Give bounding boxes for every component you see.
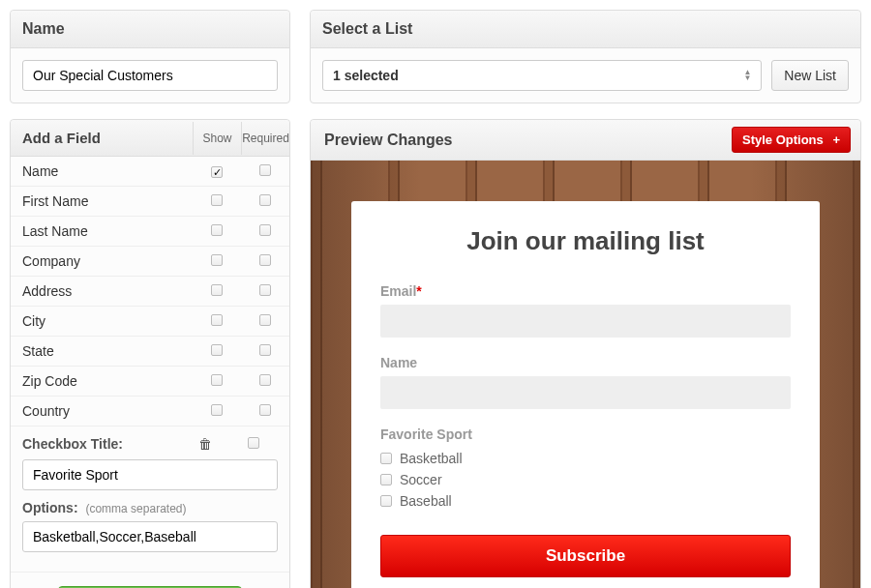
select-list-header: Select a List: [311, 11, 860, 48]
add-field-panel: Add a Field Show Required Name✓First Nam…: [10, 119, 290, 588]
col-header-required: Required: [241, 122, 289, 155]
required-star: *: [416, 283, 421, 299]
option-label: Soccer: [400, 472, 442, 487]
trash-icon[interactable]: 🗑: [181, 436, 229, 452]
required-checkbox[interactable]: [259, 164, 271, 176]
custom-required-checkbox[interactable]: [248, 437, 259, 449]
option-label: Baseball: [400, 493, 452, 509]
show-checkbox[interactable]: [211, 374, 223, 386]
add-field-title: Add a Field: [11, 120, 193, 156]
name-label: Name: [380, 355, 791, 370]
signup-form: Join our mailing list Email* Name Favori…: [351, 201, 820, 588]
name-input[interactable]: [380, 376, 791, 409]
list-selected-label: 1 selected: [333, 68, 399, 83]
preview-background: Join our mailing list Email* Name Favori…: [311, 161, 860, 588]
field-label: State: [11, 337, 193, 366]
add-field-header-row: Add a Field Show Required: [11, 120, 289, 157]
field-label: Zip Code: [11, 367, 193, 396]
show-checkbox[interactable]: [211, 344, 223, 356]
preview-header: Preview Changes Style Options +: [311, 120, 860, 161]
required-checkbox[interactable]: [259, 194, 271, 206]
name-panel-title: Name: [22, 20, 65, 38]
form-heading: Join our mailing list: [380, 226, 791, 256]
required-checkbox[interactable]: [259, 344, 271, 356]
option-checkbox[interactable]: [380, 453, 392, 464]
form-name-input[interactable]: [22, 60, 278, 91]
preview-title: Preview Changes: [324, 132, 453, 149]
show-checkbox[interactable]: [211, 314, 223, 326]
list-select[interactable]: 1 selected ▲▼: [322, 60, 762, 91]
sport-option[interactable]: Soccer: [380, 469, 791, 490]
field-label: Name: [11, 157, 193, 186]
required-checkbox[interactable]: [259, 254, 271, 266]
preview-panel: Preview Changes Style Options + Join our…: [310, 119, 861, 588]
show-checkbox[interactable]: [211, 254, 223, 266]
field-row: Country: [11, 397, 289, 426]
email-label: Email: [380, 283, 416, 299]
show-checkbox[interactable]: [211, 194, 223, 206]
field-row: Zip Code: [11, 367, 289, 397]
checkbox-title-label: Checkbox Title:: [22, 436, 181, 452]
options-label: Options:: [22, 500, 78, 515]
required-checkbox[interactable]: [259, 374, 271, 386]
checkbox-title-input[interactable]: [22, 459, 278, 490]
show-checkbox[interactable]: [211, 224, 223, 236]
field-label: Address: [11, 277, 193, 306]
subscribe-label: Subscribe: [546, 546, 625, 565]
style-options-label: Style Options: [742, 132, 824, 147]
field-label: Company: [11, 247, 193, 276]
favorite-sport-label: Favorite Sport: [380, 426, 791, 442]
col-header-show: Show: [193, 122, 241, 155]
email-input[interactable]: [380, 305, 791, 338]
field-row: Last Name: [11, 217, 289, 247]
select-list-panel: Select a List 1 selected ▲▼ New List: [310, 10, 861, 103]
required-checkbox[interactable]: [259, 284, 271, 296]
field-label: Country: [11, 397, 193, 426]
plus-icon: +: [832, 132, 840, 147]
options-hint: (comma separated): [85, 502, 186, 515]
option-checkbox[interactable]: [380, 495, 392, 507]
subscribe-button[interactable]: Subscribe: [380, 535, 791, 577]
option-checkbox[interactable]: [380, 474, 392, 485]
show-checkbox[interactable]: [211, 284, 223, 296]
required-checkbox[interactable]: [259, 404, 271, 416]
show-checkbox[interactable]: ✓: [211, 166, 223, 178]
required-checkbox[interactable]: [259, 224, 271, 236]
sport-option[interactable]: Baseball: [380, 490, 791, 512]
show-checkbox[interactable]: [211, 404, 223, 416]
field-row: State: [11, 337, 289, 367]
required-checkbox[interactable]: [259, 314, 271, 326]
name-panel: Name: [10, 10, 290, 103]
option-label: Basketball: [400, 451, 463, 466]
field-row: Name✓: [11, 157, 289, 187]
new-list-label: New List: [784, 68, 836, 83]
select-list-title: Select a List: [322, 20, 412, 38]
field-row: City: [11, 307, 289, 337]
field-row: Address: [11, 277, 289, 307]
options-input[interactable]: [22, 521, 278, 552]
field-label: City: [11, 307, 193, 336]
stepper-icon: ▲▼: [743, 70, 751, 81]
name-panel-header: Name: [11, 11, 289, 48]
custom-field-block: Checkbox Title: 🗑 Options: (comma separa…: [11, 426, 289, 572]
sport-option[interactable]: Basketball: [380, 448, 791, 469]
field-row: Company: [11, 247, 289, 277]
field-label: Last Name: [11, 217, 193, 246]
field-label: First Name: [11, 187, 193, 216]
field-row: First Name: [11, 187, 289, 217]
style-options-button[interactable]: Style Options +: [732, 127, 851, 153]
new-list-button[interactable]: New List: [771, 60, 849, 91]
